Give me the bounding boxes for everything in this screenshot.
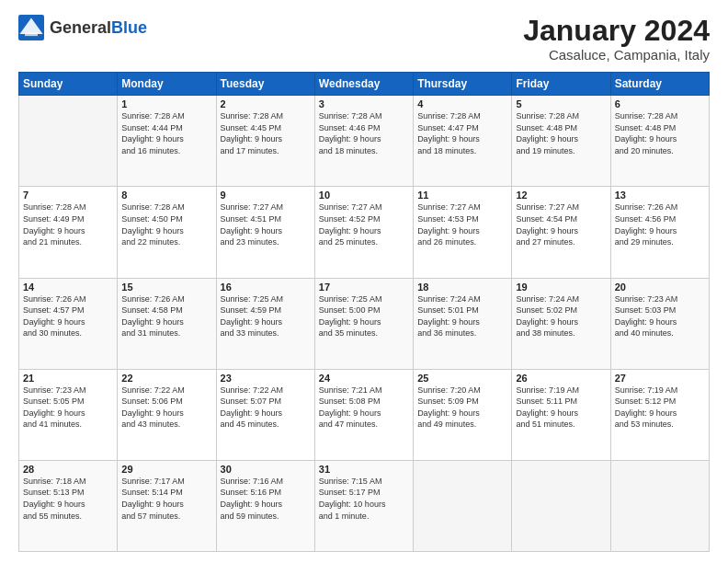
day-number-4-1: 29 bbox=[121, 464, 211, 475]
day-info-2-4: Sunrise: 7:24 AM Sunset: 5:01 PM Dayligh… bbox=[417, 293, 507, 339]
day-number-2-6: 20 bbox=[615, 282, 705, 293]
general-blue-icon bbox=[18, 15, 44, 40]
day-info-2-1: Sunrise: 7:26 AM Sunset: 4:58 PM Dayligh… bbox=[121, 293, 211, 339]
day-info-1-3: Sunrise: 7:27 AM Sunset: 4:52 PM Dayligh… bbox=[319, 201, 409, 247]
day-number-1-2: 9 bbox=[221, 190, 311, 201]
day-number-3-3: 24 bbox=[319, 373, 409, 384]
day-number-1-1: 8 bbox=[121, 190, 211, 201]
cell-0-3: 3Sunrise: 7:28 AM Sunset: 4:46 PM Daylig… bbox=[314, 96, 413, 187]
day-number-3-1: 22 bbox=[121, 373, 211, 384]
day-number-0-3: 3 bbox=[319, 98, 409, 109]
cell-0-6: 6Sunrise: 7:28 AM Sunset: 4:48 PM Daylig… bbox=[610, 96, 709, 187]
cell-1-5: 12Sunrise: 7:27 AM Sunset: 4:54 PM Dayli… bbox=[512, 187, 610, 278]
svg-rect-2 bbox=[25, 33, 38, 37]
cell-1-3: 10Sunrise: 7:27 AM Sunset: 4:52 PM Dayli… bbox=[314, 187, 413, 278]
day-number-3-2: 23 bbox=[221, 373, 311, 384]
header-thursday: Thursday bbox=[414, 73, 512, 96]
day-info-2-2: Sunrise: 7:25 AM Sunset: 4:59 PM Dayligh… bbox=[221, 293, 311, 339]
cell-3-1: 22Sunrise: 7:22 AM Sunset: 5:06 PM Dayli… bbox=[118, 369, 216, 460]
cell-2-1: 15Sunrise: 7:26 AM Sunset: 4:58 PM Dayli… bbox=[118, 278, 216, 369]
header-wednesday: Wednesday bbox=[314, 73, 413, 96]
cell-0-1: 1Sunrise: 7:28 AM Sunset: 4:44 PM Daylig… bbox=[118, 96, 216, 187]
day-info-2-6: Sunrise: 7:23 AM Sunset: 5:03 PM Dayligh… bbox=[615, 293, 705, 339]
logo-text: GeneralBlue bbox=[50, 18, 147, 38]
day-info-0-5: Sunrise: 7:28 AM Sunset: 4:48 PM Dayligh… bbox=[516, 110, 606, 156]
day-info-4-1: Sunrise: 7:17 AM Sunset: 5:14 PM Dayligh… bbox=[121, 476, 211, 522]
day-number-3-6: 27 bbox=[615, 373, 705, 384]
day-info-2-5: Sunrise: 7:24 AM Sunset: 5:02 PM Dayligh… bbox=[516, 293, 606, 339]
day-info-1-6: Sunrise: 7:26 AM Sunset: 4:56 PM Dayligh… bbox=[615, 201, 705, 247]
week-row-1: 7Sunrise: 7:28 AM Sunset: 4:49 PM Daylig… bbox=[19, 187, 710, 278]
header-friday: Friday bbox=[512, 73, 610, 96]
day-info-4-3: Sunrise: 7:15 AM Sunset: 5:17 PM Dayligh… bbox=[319, 476, 409, 522]
header-sunday: Sunday bbox=[19, 73, 118, 96]
day-number-3-5: 26 bbox=[516, 373, 606, 384]
day-number-0-6: 6 bbox=[615, 98, 705, 109]
day-info-0-1: Sunrise: 7:28 AM Sunset: 4:44 PM Dayligh… bbox=[121, 110, 211, 156]
header: GeneralBlue January 2024 Casaluce, Campa… bbox=[18, 15, 710, 63]
day-number-2-2: 16 bbox=[221, 282, 311, 293]
day-number-2-0: 14 bbox=[23, 282, 113, 293]
calendar-title: January 2024 bbox=[523, 15, 710, 47]
cell-4-6 bbox=[610, 460, 709, 551]
cell-4-4 bbox=[414, 460, 512, 551]
cell-3-0: 21Sunrise: 7:23 AM Sunset: 5:05 PM Dayli… bbox=[19, 369, 118, 460]
day-number-3-0: 21 bbox=[23, 373, 113, 384]
logo-blue: Blue bbox=[111, 18, 147, 37]
day-number-3-4: 25 bbox=[417, 373, 507, 384]
cell-1-2: 9Sunrise: 7:27 AM Sunset: 4:51 PM Daylig… bbox=[216, 187, 314, 278]
day-number-1-5: 12 bbox=[516, 190, 606, 201]
day-number-4-0: 28 bbox=[23, 464, 113, 475]
day-number-0-5: 5 bbox=[516, 98, 606, 109]
header-row: Sunday Monday Tuesday Wednesday Thursday… bbox=[19, 73, 710, 96]
logo-general: General bbox=[50, 18, 111, 37]
day-info-3-6: Sunrise: 7:19 AM Sunset: 5:12 PM Dayligh… bbox=[615, 385, 705, 431]
cell-2-3: 17Sunrise: 7:25 AM Sunset: 5:00 PM Dayli… bbox=[314, 278, 413, 369]
cell-3-4: 25Sunrise: 7:20 AM Sunset: 5:09 PM Dayli… bbox=[414, 369, 512, 460]
week-row-3: 21Sunrise: 7:23 AM Sunset: 5:05 PM Dayli… bbox=[19, 369, 710, 460]
day-info-4-2: Sunrise: 7:16 AM Sunset: 5:16 PM Dayligh… bbox=[221, 476, 311, 522]
day-number-4-3: 31 bbox=[319, 464, 409, 475]
day-info-4-0: Sunrise: 7:18 AM Sunset: 5:13 PM Dayligh… bbox=[23, 476, 113, 522]
day-info-1-4: Sunrise: 7:27 AM Sunset: 4:53 PM Dayligh… bbox=[417, 201, 507, 247]
day-number-4-2: 30 bbox=[221, 464, 311, 475]
cell-2-5: 19Sunrise: 7:24 AM Sunset: 5:02 PM Dayli… bbox=[512, 278, 610, 369]
header-monday: Monday bbox=[118, 73, 216, 96]
day-info-3-1: Sunrise: 7:22 AM Sunset: 5:06 PM Dayligh… bbox=[121, 385, 211, 431]
day-info-1-1: Sunrise: 7:28 AM Sunset: 4:50 PM Dayligh… bbox=[121, 201, 211, 247]
cell-0-2: 2Sunrise: 7:28 AM Sunset: 4:45 PM Daylig… bbox=[216, 96, 314, 187]
day-number-1-4: 11 bbox=[417, 190, 507, 201]
cell-4-1: 29Sunrise: 7:17 AM Sunset: 5:14 PM Dayli… bbox=[118, 460, 216, 551]
day-info-3-5: Sunrise: 7:19 AM Sunset: 5:11 PM Dayligh… bbox=[516, 385, 606, 431]
week-row-2: 14Sunrise: 7:26 AM Sunset: 4:57 PM Dayli… bbox=[19, 278, 710, 369]
cell-0-0 bbox=[19, 96, 118, 187]
day-info-0-3: Sunrise: 7:28 AM Sunset: 4:46 PM Dayligh… bbox=[319, 110, 409, 156]
cell-4-0: 28Sunrise: 7:18 AM Sunset: 5:13 PM Dayli… bbox=[19, 460, 118, 551]
day-number-1-0: 7 bbox=[23, 190, 113, 201]
header-tuesday: Tuesday bbox=[216, 73, 314, 96]
day-info-0-2: Sunrise: 7:28 AM Sunset: 4:45 PM Dayligh… bbox=[221, 110, 311, 156]
header-saturday: Saturday bbox=[610, 73, 709, 96]
day-info-2-0: Sunrise: 7:26 AM Sunset: 4:57 PM Dayligh… bbox=[23, 293, 113, 339]
day-number-0-2: 2 bbox=[221, 98, 311, 109]
day-info-1-5: Sunrise: 7:27 AM Sunset: 4:54 PM Dayligh… bbox=[516, 201, 606, 247]
cell-3-6: 27Sunrise: 7:19 AM Sunset: 5:12 PM Dayli… bbox=[610, 369, 709, 460]
day-number-0-1: 1 bbox=[121, 98, 211, 109]
day-info-3-4: Sunrise: 7:20 AM Sunset: 5:09 PM Dayligh… bbox=[417, 385, 507, 431]
page: GeneralBlue January 2024 Casaluce, Campa… bbox=[0, 0, 728, 563]
day-number-2-4: 18 bbox=[417, 282, 507, 293]
cell-0-5: 5Sunrise: 7:28 AM Sunset: 4:48 PM Daylig… bbox=[512, 96, 610, 187]
day-info-0-6: Sunrise: 7:28 AM Sunset: 4:48 PM Dayligh… bbox=[615, 110, 705, 156]
week-row-4: 28Sunrise: 7:18 AM Sunset: 5:13 PM Dayli… bbox=[19, 460, 710, 551]
day-number-2-5: 19 bbox=[516, 282, 606, 293]
cell-0-4: 4Sunrise: 7:28 AM Sunset: 4:47 PM Daylig… bbox=[414, 96, 512, 187]
cell-1-0: 7Sunrise: 7:28 AM Sunset: 4:49 PM Daylig… bbox=[19, 187, 118, 278]
cell-1-4: 11Sunrise: 7:27 AM Sunset: 4:53 PM Dayli… bbox=[414, 187, 512, 278]
cell-4-2: 30Sunrise: 7:16 AM Sunset: 5:16 PM Dayli… bbox=[216, 460, 314, 551]
day-info-3-0: Sunrise: 7:23 AM Sunset: 5:05 PM Dayligh… bbox=[23, 385, 113, 431]
cell-3-2: 23Sunrise: 7:22 AM Sunset: 5:07 PM Dayli… bbox=[216, 369, 314, 460]
cell-2-6: 20Sunrise: 7:23 AM Sunset: 5:03 PM Dayli… bbox=[610, 278, 709, 369]
cell-2-2: 16Sunrise: 7:25 AM Sunset: 4:59 PM Dayli… bbox=[216, 278, 314, 369]
day-info-0-4: Sunrise: 7:28 AM Sunset: 4:47 PM Dayligh… bbox=[417, 110, 507, 156]
cell-3-5: 26Sunrise: 7:19 AM Sunset: 5:11 PM Dayli… bbox=[512, 369, 610, 460]
